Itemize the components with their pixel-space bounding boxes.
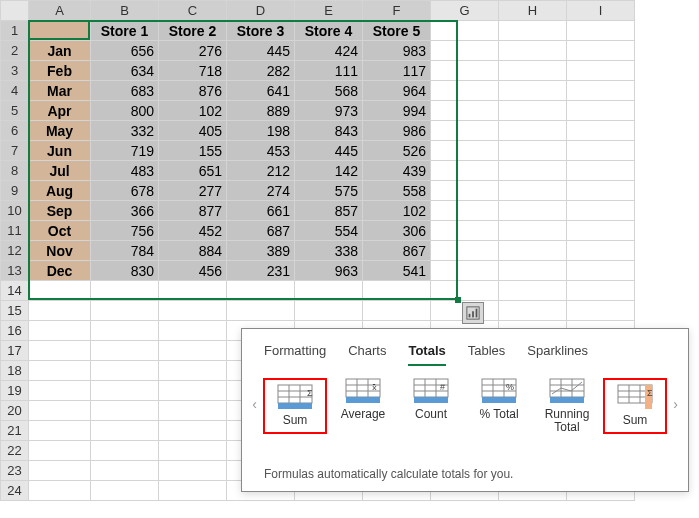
row-header-13[interactable]: 13 xyxy=(1,261,29,281)
cell-blank[interactable] xyxy=(29,381,91,401)
row-header-7[interactable]: 7 xyxy=(1,141,29,161)
data-cell[interactable]: 338 xyxy=(295,241,363,261)
col-header-G[interactable]: G xyxy=(431,1,499,21)
row-header-18[interactable]: 18 xyxy=(1,361,29,381)
data-cell[interactable]: 687 xyxy=(227,221,295,241)
data-cell[interactable]: 678 xyxy=(91,181,159,201)
data-cell[interactable]: 405 xyxy=(159,121,227,141)
cell-blank[interactable] xyxy=(295,301,363,321)
row-header-21[interactable]: 21 xyxy=(1,421,29,441)
cell-blank[interactable] xyxy=(499,181,567,201)
month-cell[interactable]: Jul xyxy=(29,161,91,181)
cell-blank[interactable] xyxy=(159,401,227,421)
cell-blank[interactable] xyxy=(499,141,567,161)
col-header-A[interactable]: A xyxy=(29,1,91,21)
cell-blank[interactable] xyxy=(567,261,635,281)
cell-blank[interactable] xyxy=(499,121,567,141)
data-cell[interactable]: 889 xyxy=(227,101,295,121)
cell-blank[interactable] xyxy=(159,341,227,361)
row-header-6[interactable]: 6 xyxy=(1,121,29,141)
data-cell[interactable]: 986 xyxy=(363,121,431,141)
header-cell[interactable]: Store 5 xyxy=(363,21,431,41)
cell-blank[interactable] xyxy=(363,301,431,321)
data-cell[interactable]: 541 xyxy=(363,261,431,281)
option-count[interactable]: #Count xyxy=(399,378,463,434)
data-cell[interactable]: 876 xyxy=(159,81,227,101)
data-cell[interactable]: 661 xyxy=(227,201,295,221)
month-cell[interactable]: Apr xyxy=(29,101,91,121)
data-cell[interactable]: 102 xyxy=(363,201,431,221)
row-header-16[interactable]: 16 xyxy=(1,321,29,341)
cell-blank[interactable] xyxy=(499,81,567,101)
data-cell[interactable]: 277 xyxy=(159,181,227,201)
col-header-I[interactable]: I xyxy=(567,1,635,21)
option-sum-col[interactable]: ΣSum xyxy=(603,378,667,434)
header-cell[interactable] xyxy=(29,21,91,41)
row-header-4[interactable]: 4 xyxy=(1,81,29,101)
data-cell[interactable]: 453 xyxy=(227,141,295,161)
cell-blank[interactable] xyxy=(91,321,159,341)
quick-analysis-button[interactable] xyxy=(462,302,484,324)
cell-blank[interactable] xyxy=(431,21,499,41)
cell-blank[interactable] xyxy=(91,441,159,461)
data-cell[interactable]: 964 xyxy=(363,81,431,101)
cell-blank[interactable] xyxy=(567,221,635,241)
data-cell[interactable]: 102 xyxy=(159,101,227,121)
scroll-right-icon[interactable]: › xyxy=(671,378,680,412)
row-header-20[interactable]: 20 xyxy=(1,401,29,421)
cell-blank[interactable] xyxy=(431,221,499,241)
cell-blank[interactable] xyxy=(431,181,499,201)
cell-blank[interactable] xyxy=(567,281,635,301)
data-cell[interactable]: 389 xyxy=(227,241,295,261)
data-cell[interactable]: 994 xyxy=(363,101,431,121)
col-header-F[interactable]: F xyxy=(363,1,431,21)
cell-blank[interactable] xyxy=(91,341,159,361)
cell-blank[interactable] xyxy=(29,461,91,481)
cell-blank[interactable] xyxy=(567,81,635,101)
data-cell[interactable]: 424 xyxy=(295,41,363,61)
cell-blank[interactable] xyxy=(91,401,159,421)
cell-blank[interactable] xyxy=(567,21,635,41)
data-cell[interactable]: 784 xyxy=(91,241,159,261)
select-all-corner[interactable] xyxy=(1,1,29,21)
cell-blank[interactable] xyxy=(431,101,499,121)
cell-blank[interactable] xyxy=(431,121,499,141)
cell-blank[interactable] xyxy=(431,141,499,161)
data-cell[interactable]: 973 xyxy=(295,101,363,121)
data-cell[interactable]: 575 xyxy=(295,181,363,201)
cell-blank[interactable] xyxy=(499,301,567,321)
cell-blank[interactable] xyxy=(431,241,499,261)
cell-blank[interactable] xyxy=(567,61,635,81)
row-header-11[interactable]: 11 xyxy=(1,221,29,241)
month-cell[interactable]: Jun xyxy=(29,141,91,161)
row-header-14[interactable]: 14 xyxy=(1,281,29,301)
data-cell[interactable]: 276 xyxy=(159,41,227,61)
row-header-22[interactable]: 22 xyxy=(1,441,29,461)
month-cell[interactable]: Mar xyxy=(29,81,91,101)
cell-blank[interactable] xyxy=(499,101,567,121)
data-cell[interactable]: 884 xyxy=(159,241,227,261)
data-cell[interactable]: 231 xyxy=(227,261,295,281)
cell-blank[interactable] xyxy=(431,261,499,281)
row-header-24[interactable]: 24 xyxy=(1,481,29,501)
data-cell[interactable]: 800 xyxy=(91,101,159,121)
option-percent[interactable]: %% Total xyxy=(467,378,531,434)
cell-blank[interactable] xyxy=(159,301,227,321)
data-cell[interactable]: 641 xyxy=(227,81,295,101)
cell-blank[interactable] xyxy=(431,201,499,221)
month-cell[interactable]: Feb xyxy=(29,61,91,81)
cell-blank[interactable] xyxy=(567,301,635,321)
cell-blank[interactable] xyxy=(29,481,91,501)
cell-blank[interactable] xyxy=(499,241,567,261)
header-cell[interactable]: Store 4 xyxy=(295,21,363,41)
data-cell[interactable]: 526 xyxy=(363,141,431,161)
data-cell[interactable]: 117 xyxy=(363,61,431,81)
option-sum[interactable]: ΣSum xyxy=(263,378,327,434)
cell-blank[interactable] xyxy=(499,201,567,221)
cell-blank[interactable] xyxy=(499,161,567,181)
data-cell[interactable]: 366 xyxy=(91,201,159,221)
month-cell[interactable]: Sep xyxy=(29,201,91,221)
cell-blank[interactable] xyxy=(159,321,227,341)
row-header-15[interactable]: 15 xyxy=(1,301,29,321)
cell-blank[interactable] xyxy=(431,161,499,181)
